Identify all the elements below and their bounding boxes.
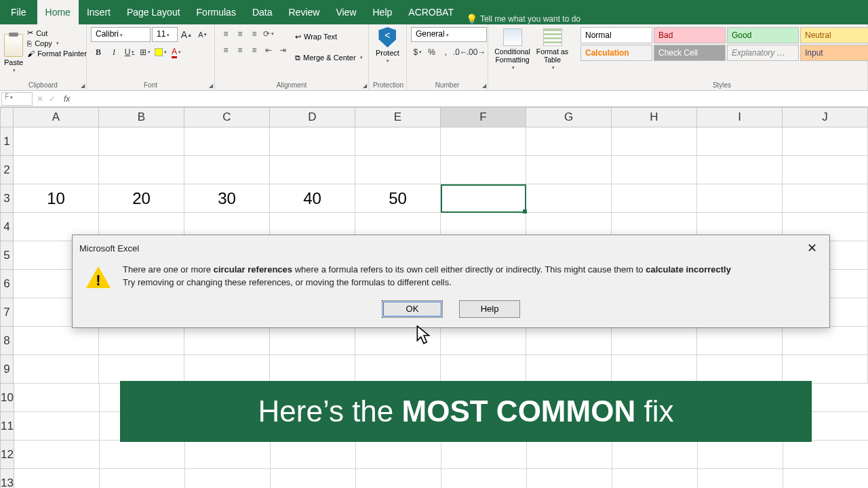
cell-E2[interactable] bbox=[355, 156, 441, 184]
tab-page-layout[interactable]: Page Layout bbox=[119, 0, 189, 24]
row-header-13[interactable]: 13 bbox=[0, 469, 14, 488]
font-size-select[interactable]: 11 bbox=[152, 27, 178, 42]
italic-button[interactable]: I bbox=[106, 45, 121, 60]
row-header-4[interactable]: 4 bbox=[0, 213, 14, 241]
cell-F3[interactable] bbox=[441, 184, 526, 213]
column-header-I[interactable]: I bbox=[697, 107, 783, 127]
tab-formulas[interactable]: Formulas bbox=[189, 0, 244, 24]
row-header-6[interactable]: 6 bbox=[0, 270, 14, 298]
cell-H1[interactable] bbox=[612, 127, 697, 156]
tab-help[interactable]: Help bbox=[365, 0, 401, 24]
cell-A3[interactable]: 10 bbox=[14, 184, 99, 213]
align-top-button[interactable]: ≡ bbox=[219, 27, 233, 41]
row-header-12[interactable]: 12 bbox=[0, 441, 14, 469]
column-header-J[interactable]: J bbox=[783, 107, 868, 127]
cell-A11[interactable] bbox=[14, 412, 100, 441]
cell-D9[interactable] bbox=[270, 355, 355, 384]
dialog-help-button[interactable]: Help bbox=[459, 300, 520, 318]
cell-A1[interactable] bbox=[14, 127, 99, 156]
cell-B8[interactable] bbox=[99, 327, 184, 355]
cell-D2[interactable] bbox=[270, 156, 355, 184]
cell-A10[interactable] bbox=[14, 384, 100, 412]
percent-format-button[interactable]: % bbox=[425, 45, 439, 60]
alignment-launcher-icon[interactable]: ◢ bbox=[363, 83, 367, 89]
cell-F8[interactable] bbox=[441, 327, 526, 355]
cell-G3[interactable] bbox=[526, 184, 612, 213]
cell-E1[interactable] bbox=[355, 127, 441, 156]
conditional-formatting-button[interactable]: Conditional Formatting bbox=[492, 27, 532, 87]
decrease-decimal-button[interactable]: .00→ bbox=[469, 45, 484, 60]
row-header-7[interactable]: 7 bbox=[0, 298, 14, 327]
clipboard-launcher-icon[interactable]: ◢ bbox=[81, 83, 85, 89]
decrease-indent-button[interactable]: ⇤ bbox=[262, 43, 275, 57]
cell-H9[interactable] bbox=[612, 355, 697, 384]
cell-B13[interactable] bbox=[100, 469, 185, 488]
align-middle-button[interactable]: ≡ bbox=[233, 27, 247, 41]
cell-C13[interactable] bbox=[185, 469, 271, 488]
cell-J9[interactable] bbox=[783, 355, 868, 384]
cell-D1[interactable] bbox=[270, 127, 355, 156]
cell-H12[interactable] bbox=[612, 441, 698, 469]
cell-E9[interactable] bbox=[355, 355, 441, 384]
underline-button[interactable]: U bbox=[122, 45, 137, 60]
column-header-G[interactable]: G bbox=[526, 107, 612, 127]
name-box[interactable]: F bbox=[1, 92, 33, 106]
cell-I8[interactable] bbox=[697, 327, 783, 355]
row-header-9[interactable]: 9 bbox=[0, 355, 14, 384]
align-center-button[interactable]: ≡ bbox=[233, 43, 247, 57]
style-check-cell[interactable]: Check Cell bbox=[654, 45, 726, 61]
cell-H8[interactable] bbox=[612, 327, 697, 355]
cell-A2[interactable] bbox=[14, 156, 99, 184]
cell-I1[interactable] bbox=[697, 127, 783, 156]
tell-me-search[interactable]: 💡 Tell me what you want to do bbox=[466, 14, 580, 24]
cell-B9[interactable] bbox=[99, 355, 184, 384]
merge-center-button[interactable]: ⧉Merge & Center bbox=[295, 48, 363, 67]
cell-F9[interactable] bbox=[441, 355, 526, 384]
cell-B2[interactable] bbox=[99, 156, 184, 184]
cell-F2[interactable] bbox=[441, 156, 526, 184]
row-header-8[interactable]: 8 bbox=[0, 327, 14, 355]
tab-data[interactable]: Data bbox=[244, 0, 281, 24]
column-header-D[interactable]: D bbox=[270, 107, 355, 127]
fill-color-button[interactable] bbox=[153, 45, 168, 60]
cut-button[interactable]: ✂Cut bbox=[27, 28, 87, 37]
cell-G13[interactable] bbox=[527, 469, 612, 488]
cell-F1[interactable] bbox=[441, 127, 526, 156]
cell-H13[interactable] bbox=[612, 469, 698, 488]
row-header-1[interactable]: 1 bbox=[0, 127, 14, 156]
align-left-button[interactable]: ≡ bbox=[219, 43, 233, 57]
format-painter-button[interactable]: 🖌Format Painter bbox=[27, 49, 87, 58]
protect-button[interactable]: < Protect bbox=[373, 27, 402, 80]
tab-review[interactable]: Review bbox=[281, 0, 328, 24]
column-header-B[interactable]: B bbox=[99, 107, 184, 127]
cell-H2[interactable] bbox=[612, 156, 697, 184]
formula-input[interactable] bbox=[75, 91, 868, 106]
cell-I13[interactable] bbox=[698, 469, 783, 488]
dialog-close-button[interactable]: ✕ bbox=[802, 241, 823, 256]
enter-icon[interactable]: ✓ bbox=[46, 94, 58, 104]
cell-J3[interactable] bbox=[783, 184, 868, 213]
cell-I12[interactable] bbox=[698, 441, 783, 469]
cell-A13[interactable] bbox=[14, 469, 100, 488]
cell-C12[interactable] bbox=[185, 441, 271, 469]
cell-E12[interactable] bbox=[356, 441, 441, 469]
bold-button[interactable]: B bbox=[91, 45, 106, 60]
column-header-F[interactable]: F bbox=[441, 107, 526, 127]
cell-C2[interactable] bbox=[184, 156, 270, 184]
cell-I9[interactable] bbox=[697, 355, 783, 384]
cell-B12[interactable] bbox=[100, 441, 185, 469]
cell-D3[interactable]: 40 bbox=[270, 184, 355, 213]
row-header-3[interactable]: 3 bbox=[0, 184, 14, 213]
style-input[interactable]: Input bbox=[800, 45, 868, 61]
row-header-2[interactable]: 2 bbox=[0, 156, 14, 184]
tab-file[interactable]: File bbox=[0, 0, 37, 24]
select-all-button[interactable] bbox=[0, 107, 14, 127]
orientation-button[interactable]: ⟳ bbox=[262, 27, 275, 41]
align-bottom-button[interactable]: ≡ bbox=[248, 27, 261, 41]
cell-A9[interactable] bbox=[14, 355, 99, 384]
format-as-table-button[interactable]: Format as Table bbox=[532, 27, 572, 87]
tab-acrobat[interactable]: ACROBAT bbox=[400, 0, 462, 24]
style-explanatory[interactable]: Explanatory … bbox=[727, 45, 799, 61]
cell-C9[interactable] bbox=[184, 355, 270, 384]
cell-G9[interactable] bbox=[526, 355, 612, 384]
